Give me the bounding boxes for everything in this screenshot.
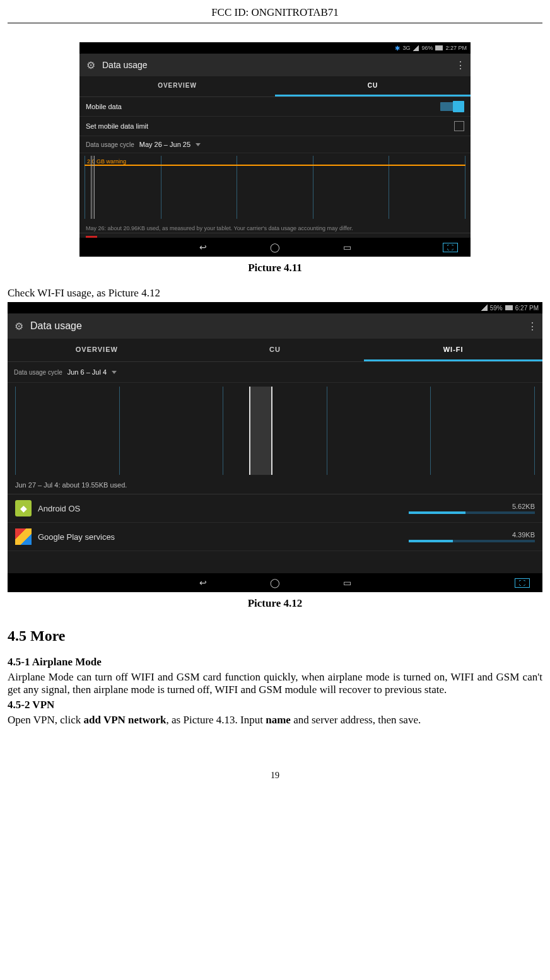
android-os-icon: ◆ <box>15 500 32 516</box>
screenshot-4-12: 59% 6:27 PM ⚙ Data usage ⋮ OVERVIEW CU W… <box>8 302 542 592</box>
caption-4-12: Picture 4.12 <box>8 597 542 610</box>
back-icon[interactable]: ↩ <box>199 242 207 252</box>
home-icon[interactable]: ◯ <box>270 578 280 588</box>
bold-text: name <box>266 714 291 726</box>
settings-icon[interactable]: ⚙ <box>85 59 97 71</box>
usage-bar <box>409 511 535 514</box>
chart-grid <box>15 387 535 475</box>
clock: 6:27 PM <box>515 305 539 312</box>
tabs: OVERVIEW CU <box>79 76 471 97</box>
android-screen-4-11: ✱ 3G 96% 2:27 PM ⚙ Data usage ⋮ OVERVIEW… <box>79 42 471 257</box>
recents-icon[interactable]: ▭ <box>343 242 351 252</box>
signal-icon <box>481 305 488 311</box>
section-4-5-title: 4.5 More <box>8 627 542 645</box>
app-usage-size: 4.39KB <box>409 531 535 539</box>
tab-cu[interactable]: CU <box>186 339 365 361</box>
status-bar: 59% 6:27 PM <box>8 302 542 313</box>
subsection-4-5-2-title: 4.5-2 VPN <box>8 699 542 711</box>
battery-pct: 96% <box>421 45 433 51</box>
mobile-data-row[interactable]: Mobile data <box>79 97 471 117</box>
bold-text: add VPN network <box>84 714 167 726</box>
page-number: 19 <box>8 771 542 781</box>
android-screen-4-12: 59% 6:27 PM ⚙ Data usage ⋮ OVERVIEW CU W… <box>8 302 542 592</box>
cycle-label: Data usage cycle <box>86 141 134 148</box>
clock: 2:27 PM <box>445 45 467 51</box>
overflow-menu-icon[interactable]: ⋮ <box>527 320 537 332</box>
app-usage-row[interactable]: ◆ Android OS 5.62KB <box>8 494 542 523</box>
subsection-4-5-1-body: Airplane Mode can turn off WIFI and GSM … <box>8 671 542 696</box>
usage-summary-text: Jun 27 – Jul 4: about 19.55KB used. <box>8 479 542 494</box>
tabs: OVERVIEW CU WI-FI <box>8 339 542 362</box>
screen-title: Data usage <box>102 60 148 70</box>
app-name: Google Play services <box>38 532 115 542</box>
warning-line[interactable] <box>85 165 465 166</box>
usage-bar-fill <box>409 511 465 514</box>
cycle-row[interactable]: Data usage cycle Jun 6 – Jul 4 <box>8 362 542 383</box>
range-selection[interactable] <box>249 387 272 475</box>
app-usage-size: 5.62KB <box>409 503 535 510</box>
screen-title: Data usage <box>30 320 82 332</box>
app-name: Android OS <box>38 504 80 513</box>
cycle-value: May 26 – Jun 25 <box>139 141 190 148</box>
text-fragment: Open VPN, click <box>8 714 84 726</box>
wifi-usage-chart[interactable] <box>15 387 535 475</box>
usage-bar <box>409 540 535 542</box>
system-nav-bar: ↩ ◯ ▭ ⛶ <box>79 238 471 257</box>
status-bar: ✱ 3G 96% 2:27 PM <box>79 42 471 54</box>
usage-summary-text: May 26: about 20.96KB used, as measured … <box>79 221 471 233</box>
system-nav-bar: ↩ ◯ ▭ ⛶ <box>8 573 542 592</box>
usage-bar-fill <box>409 540 453 542</box>
range-handle-left[interactable] <box>91 156 95 219</box>
back-icon[interactable]: ↩ <box>199 578 207 588</box>
app-bar: ⚙ Data usage ⋮ <box>79 54 471 76</box>
battery-icon <box>435 45 443 50</box>
chevron-down-icon <box>196 143 201 146</box>
mobile-data-toggle[interactable] <box>440 102 464 111</box>
battery-pct: 59% <box>490 305 503 312</box>
subsection-4-5-1-title: 4.5-1 Airplane Mode <box>8 656 542 668</box>
tab-overview[interactable]: OVERVIEW <box>8 339 186 361</box>
chevron-down-icon <box>112 371 117 374</box>
page: FCC ID: ONGNITROTAB71 ✱ 3G 96% 2:27 PM ⚙… <box>0 0 550 806</box>
page-header: FCC ID: ONGNITROTAB71 <box>8 6 542 23</box>
subsection-4-5-2-body: Open VPN, click add VPN network, as Pict… <box>8 714 542 726</box>
cycle-value: Jun 6 – Jul 4 <box>67 368 107 376</box>
network-label: 3G <box>402 45 410 51</box>
recents-icon[interactable]: ▭ <box>343 578 351 588</box>
battery-icon <box>505 305 513 310</box>
data-usage-chart[interactable]: 2.0 GB warning <box>85 156 465 219</box>
screenshot-4-11: ✱ 3G 96% 2:27 PM ⚙ Data usage ⋮ OVERVIEW… <box>79 42 471 257</box>
home-icon[interactable]: ◯ <box>270 242 280 252</box>
app-usage-row[interactable]: Google Play services 4.39KB <box>8 523 542 551</box>
tab-cu[interactable]: CU <box>275 76 471 96</box>
set-limit-label: Set mobile data limit <box>86 122 148 130</box>
google-play-services-icon <box>15 528 32 545</box>
tab-overview[interactable]: OVERVIEW <box>79 76 275 96</box>
app-bar: ⚙ Data usage ⋮ <box>8 313 542 339</box>
tab-wifi[interactable]: WI-FI <box>364 339 542 361</box>
screenshot-icon[interactable]: ⛶ <box>443 243 458 252</box>
cycle-label: Data usage cycle <box>14 369 62 376</box>
bluetooth-icon: ✱ <box>395 45 400 52</box>
text-fragment: , as Picture 4.13. Input <box>167 714 266 726</box>
screenshot-icon[interactable]: ⛶ <box>515 578 530 588</box>
settings-icon[interactable]: ⚙ <box>13 320 25 332</box>
text-fragment: and server address, then save. <box>291 714 421 726</box>
set-limit-row[interactable]: Set mobile data limit <box>79 117 471 136</box>
caption-4-11: Picture 4.11 <box>8 262 542 274</box>
paragraph-check-wifi: Check WI-FI usage, as Picture 4.12 <box>8 287 542 300</box>
mobile-data-label: Mobile data <box>86 103 122 110</box>
overflow-menu-icon[interactable]: ⋮ <box>455 59 465 71</box>
signal-icon <box>413 45 419 51</box>
cycle-row[interactable]: Data usage cycle May 26 – Jun 25 <box>79 136 471 153</box>
set-limit-checkbox[interactable] <box>454 121 464 131</box>
